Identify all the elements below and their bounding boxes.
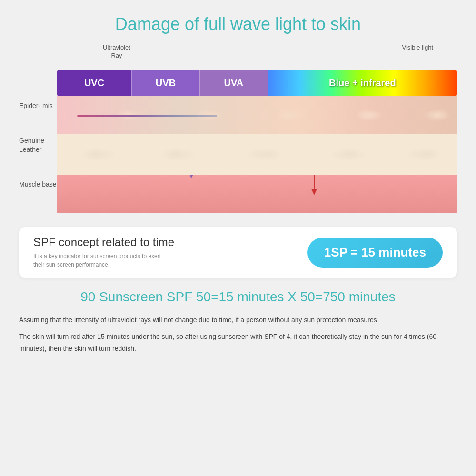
body-text-1: Assuming that the intensity of ultraviol… [19, 314, 457, 326]
uva-segment: UVA [199, 70, 268, 96]
ray-labels: UltravioletRay Visible light [57, 44, 457, 70]
skin-section [57, 96, 457, 213]
uv-ray-label: UltravioletRay [57, 44, 176, 60]
spf-badge: 1SP = 15 minutes [307, 238, 443, 268]
visible-light-label: Visible light [402, 44, 433, 51]
epidermis-layer [57, 96, 457, 134]
leather-label: Genuine Leather [19, 125, 57, 165]
spectrum-bar: UVC UVB UVA Blue + infrared [57, 70, 457, 96]
main-title: Damage of full wave light to skin [115, 14, 361, 34]
muscle-layer [57, 175, 457, 213]
leather-layer [57, 134, 457, 175]
sunscreen-formula: 90 Sunscreen SPF 50=15 minutes X 50=750 … [80, 289, 396, 305]
uvb-segment: UVB [131, 70, 199, 96]
chart-area: Epider- mis Genuine Leather Muscle base … [19, 44, 457, 213]
page: Damage of full wave light to skin Epider… [0, 0, 476, 476]
visible-segment: Blue + infrared [268, 70, 457, 96]
spf-title: SPF concept related to time [33, 236, 307, 249]
spf-text-block: SPF concept related to time It is a key … [33, 236, 307, 269]
body-text-2: The skin will turn red after 15 minutes … [19, 331, 457, 355]
spf-section: SPF concept related to time It is a key … [19, 227, 457, 278]
chart-main: UltravioletRay Visible light UVC UVB UVA… [57, 44, 457, 213]
spf-description: It is a key indicator for sunscreen prod… [33, 252, 167, 269]
penetration-line [77, 115, 217, 117]
uvc-segment: UVC [57, 70, 131, 96]
muscle-label: Muscle base [19, 165, 57, 203]
epidermis-label: Epider- mis [19, 87, 57, 125]
labels-column: Epider- mis Genuine Leather Muscle base [19, 44, 57, 203]
